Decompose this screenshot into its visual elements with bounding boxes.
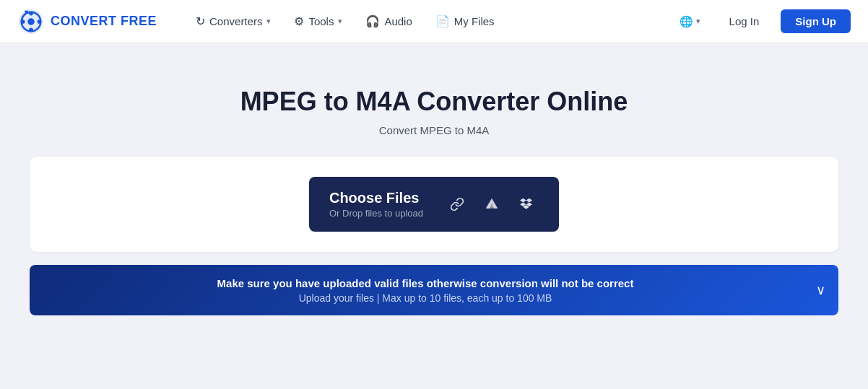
- svg-point-3: [29, 11, 33, 15]
- tools-chevron-icon: ▾: [338, 17, 342, 26]
- banner-expand-button[interactable]: ∨: [816, 282, 825, 298]
- page-title: MPEG to M4A Converter Online: [240, 87, 628, 117]
- tools-icon: ⚙: [294, 14, 304, 28]
- choose-files-button[interactable]: Choose Files Or Drop files to upload: [309, 177, 559, 232]
- language-chevron-icon: ▾: [696, 17, 700, 26]
- login-button[interactable]: Log In: [716, 9, 773, 33]
- info-banner-text: Make sure you have uploaded valid files …: [217, 277, 634, 304]
- converters-chevron-icon: ▾: [266, 17, 271, 26]
- globe-icon: 🌐: [680, 15, 693, 28]
- logo-text: CONVERT FREE: [51, 14, 157, 29]
- nav-tools[interactable]: ⚙ Tools ▾: [284, 10, 352, 32]
- page-subtitle: Convert MPEG to M4A: [379, 124, 490, 136]
- signup-button[interactable]: Sign Up: [781, 9, 851, 33]
- main-content: MPEG to M4A Converter Online Convert MPE…: [0, 43, 868, 389]
- upload-area: Choose Files Or Drop files to upload: [30, 157, 838, 252]
- logo-icon: [17, 8, 45, 35]
- nav-myfiles[interactable]: 📄 My Files: [425, 10, 505, 32]
- info-banner: Make sure you have uploaded valid files …: [30, 265, 838, 315]
- logo[interactable]: CONVERT FREE: [17, 8, 157, 35]
- google-drive-upload-button[interactable]: [479, 192, 504, 217]
- nav-myfiles-label: My Files: [454, 15, 495, 27]
- info-banner-sub-text: Upload your files | Max up to 10 files, …: [217, 292, 634, 304]
- header-right: 🌐 ▾ Log In Sign Up: [672, 9, 851, 33]
- nav-converters[interactable]: ↻ Converters ▾: [186, 10, 281, 32]
- svg-point-2: [27, 18, 35, 25]
- header: CONVERT FREE ↻ Converters ▾ ⚙ Tools ▾ 🎧 …: [0, 0, 868, 43]
- cloud-icons: [445, 192, 539, 217]
- nav-audio[interactable]: 🎧 Audio: [355, 10, 422, 32]
- nav-converters-label: Converters: [209, 15, 262, 27]
- info-banner-main-text: Make sure you have uploaded valid files …: [217, 277, 634, 289]
- nav-tools-label: Tools: [308, 15, 334, 27]
- myfiles-icon: 📄: [435, 14, 450, 28]
- svg-point-4: [29, 27, 33, 32]
- url-upload-button[interactable]: [445, 192, 469, 217]
- choose-files-text: Choose Files Or Drop files to upload: [329, 190, 423, 219]
- audio-icon: 🎧: [365, 14, 380, 28]
- converters-icon: ↻: [196, 14, 205, 28]
- language-selector[interactable]: 🌐 ▾: [672, 11, 708, 32]
- main-nav: ↻ Converters ▾ ⚙ Tools ▾ 🎧 Audio 📄 My Fi…: [186, 10, 672, 32]
- drop-files-label: Or Drop files to upload: [329, 208, 423, 219]
- nav-audio-label: Audio: [384, 15, 412, 27]
- choose-files-label: Choose Files: [329, 190, 419, 206]
- dropbox-upload-button[interactable]: [514, 192, 539, 217]
- svg-point-6: [38, 19, 42, 24]
